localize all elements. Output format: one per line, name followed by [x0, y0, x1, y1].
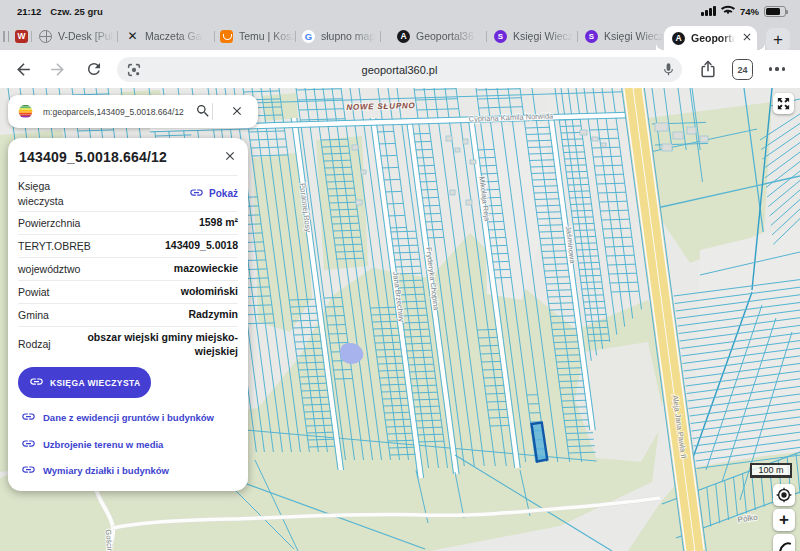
panel-link-label: Dane z ewidencji gruntów i budynków: [43, 412, 214, 423]
card-rows: Księga wieczystaPokaż Powierzchnia1598 m…: [18, 175, 238, 362]
x-logo-favicon-icon: ✕: [126, 30, 139, 43]
share-icon[interactable]: [698, 59, 718, 79]
active-tab-label: Geoporta: [691, 32, 735, 44]
wifi-icon: [721, 5, 735, 18]
map-label-gosciniec: Gościniec: [104, 529, 115, 551]
parcel-id-title: 143409_5.0018.664/12: [19, 149, 167, 165]
panel-link-label: Uzbrojenie terenu w media: [43, 439, 163, 450]
card-row-2: TERYT.OBRĘB143409_5.0018: [18, 234, 238, 257]
tab-switcher-button[interactable]: 24: [732, 59, 753, 80]
url-text[interactable]: geoportal360.pl: [117, 64, 682, 76]
card-row-6: Rodzajobszar wiejski gminy miejsko-wiejs…: [18, 326, 238, 362]
card-row-4: Powiatwołomiński: [18, 280, 238, 303]
tab-item-5[interactable]: AGeoportal36: [397, 22, 478, 50]
menu-button[interactable]: [767, 59, 787, 79]
map-scale-bar: 100 m: [750, 463, 792, 478]
link-icon: [21, 436, 36, 453]
tab-separator: [486, 31, 487, 42]
new-tab-button[interactable]: +: [766, 28, 790, 52]
tab-label: V-Desk [Pulp: [58, 30, 116, 42]
card-row-3: województwomazowieckie: [18, 257, 238, 280]
link-icon: [189, 185, 204, 202]
active-tab[interactable]: A Geoporta: [664, 26, 757, 50]
ksiegi-favicon-icon: S: [585, 30, 598, 43]
tab-item-7[interactable]: SKsięgi Wiecz: [585, 22, 666, 50]
search-close-icon[interactable]: [230, 104, 244, 118]
search-divider: [212, 103, 213, 120]
address-bar[interactable]: geoportal360.pl: [117, 57, 682, 82]
scale-label: 100 m: [758, 465, 783, 475]
compass-button[interactable]: [773, 534, 795, 551]
panel-link-2[interactable]: Wymiary działki i budynków: [21, 462, 169, 479]
link-icon: [21, 462, 36, 479]
status-date: Czw. 25 gru: [50, 6, 102, 17]
tab-edge-bar: [3, 31, 5, 42]
link-icon: [21, 409, 36, 426]
globe-favicon-icon: [39, 30, 52, 43]
tab-label: słupno mapy: [321, 30, 377, 42]
row-label: Powiat: [18, 285, 50, 299]
tab-item-0[interactable]: W: [15, 22, 28, 50]
search-input[interactable]: m:geoparcels,143409_5.0018.664/12: [43, 107, 184, 117]
tab-strip: W V-Desk [Pulp ✕Maczeta Gar Temu | Koszy…: [0, 22, 800, 50]
locate-button[interactable]: [773, 484, 795, 506]
zoom-in-button[interactable]: +: [773, 509, 795, 531]
tab-item-2[interactable]: ✕Maczeta Gar: [126, 22, 205, 50]
row-label: Rodzaj: [18, 337, 51, 351]
card-row-0: Księga wieczystaPokaż: [18, 175, 238, 211]
clock: 21:12: [17, 6, 41, 17]
parcel-info-card: 143409_5.0018.664/12 Księga wieczystaPok…: [8, 138, 248, 491]
cellular-signal-icon: [701, 7, 716, 16]
tab-label: Maczeta Gar: [145, 30, 205, 42]
status-bar: 21:12 Czw. 25 gru 74%: [0, 0, 800, 22]
tab-label: Geoportal36: [416, 30, 478, 42]
tab-close-icon[interactable]: [741, 31, 753, 45]
row-value: 143409_5.0018: [165, 239, 238, 253]
row-value: Radzymin: [188, 308, 238, 322]
geoportal-favicon-icon: A: [397, 30, 410, 43]
mic-icon[interactable]: [661, 62, 676, 77]
row-label: województwo: [18, 262, 80, 276]
card-row-1: Powierzchnia1598 m²: [18, 211, 238, 234]
pokaz-link-label: Pokaż: [209, 188, 238, 199]
tab-item-1[interactable]: V-Desk [Pulp: [39, 22, 116, 50]
reload-button[interactable]: [84, 59, 104, 79]
row-label: Gmina: [18, 308, 49, 322]
tab-separator: [380, 31, 381, 42]
card-row-5: GminaRadzymin: [18, 303, 238, 326]
fullscreen-button[interactable]: [773, 93, 794, 114]
geoportal-favicon-icon: A: [672, 32, 685, 45]
row-label: Księga wieczysta: [18, 179, 98, 207]
row-value: obszar wiejski gminy miejsko-wiejskiej: [85, 331, 238, 358]
card-close-icon[interactable]: [220, 146, 240, 166]
back-button[interactable]: [13, 59, 33, 79]
panel-link-1[interactable]: Uzbrojenie terenu w media: [21, 436, 163, 453]
forward-button[interactable]: [47, 59, 67, 79]
ksiegi-favicon-icon: S: [494, 30, 507, 43]
row-value: 1598 m²: [199, 216, 238, 230]
tab-separator: [117, 31, 118, 42]
row-label: TERYT.OBRĘB: [18, 239, 91, 253]
row-value: wołomiński: [181, 285, 238, 299]
battery-icon: [764, 6, 786, 17]
ksiega-wieczysta-button[interactable]: KSIĘGA WIECZYSTA: [18, 367, 151, 398]
tab-separator: [214, 31, 215, 42]
temu-favicon-icon: [220, 30, 233, 43]
google-favicon-icon: G: [302, 30, 315, 43]
tab-item-6[interactable]: SKsięgi Wiecz: [494, 22, 575, 50]
panel-link-0[interactable]: Dane z ewidencji gruntów i budynków: [21, 409, 214, 426]
tab-count: 24: [737, 65, 747, 75]
row-label: Powierzchnia: [18, 216, 80, 230]
tab-label: Temu | Koszy: [239, 30, 297, 42]
search-icon[interactable]: [195, 103, 211, 119]
battery-percentage: 74%: [740, 6, 759, 17]
pokaz-link[interactable]: Pokaż: [189, 185, 238, 202]
tab-item-3[interactable]: Temu | Koszy: [220, 22, 297, 50]
tab-label: Księgi Wiecz: [604, 30, 666, 42]
browser-toolbar: geoportal360.pl 24: [0, 50, 800, 88]
tab-item-4[interactable]: Gsłupno mapy: [302, 22, 377, 50]
parcel-search-bar[interactable]: m:geoparcels,143409_5.0018.664/12: [8, 95, 258, 128]
tab-label: Księgi Wiecz: [513, 30, 575, 42]
tab-edge-bar: [8, 31, 10, 42]
row-value: mazowieckie: [174, 262, 238, 276]
